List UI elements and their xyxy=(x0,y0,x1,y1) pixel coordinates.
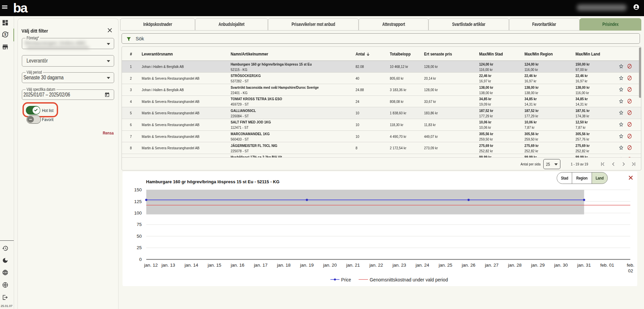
svg-text:jan. 25: jan. 25 xyxy=(439,263,453,268)
svg-text:100: 100 xyxy=(134,210,142,216)
svg-text:jan. 13: jan. 13 xyxy=(161,263,175,268)
svg-text:jan. 30: jan. 30 xyxy=(554,263,568,268)
svg-text:75: 75 xyxy=(137,222,142,227)
svg-text:jan. 22: jan. 22 xyxy=(369,263,383,268)
svg-text:jan. 18: jan. 18 xyxy=(277,263,291,268)
svg-text:jan. 17: jan. 17 xyxy=(254,263,268,268)
svg-text:02: 02 xyxy=(628,268,633,273)
svg-text:50: 50 xyxy=(137,234,142,239)
svg-text:Genomsnittskostnad under vald: Genomsnittskostnad under vald period xyxy=(370,277,448,282)
svg-text:125: 125 xyxy=(134,199,142,204)
svg-text:Price: Price xyxy=(341,277,351,282)
svg-text:jan. 20: jan. 20 xyxy=(323,263,337,268)
svg-text:feb.: feb. xyxy=(627,263,635,268)
svg-text:jan. 24: jan. 24 xyxy=(415,263,429,268)
svg-text:jan. 29: jan. 29 xyxy=(531,263,545,268)
svg-text:jan. 31: jan. 31 xyxy=(577,263,591,268)
svg-text:jan. 26: jan. 26 xyxy=(461,263,475,268)
svg-text:jan. 16: jan. 16 xyxy=(230,263,244,268)
svg-text:feb. 01: feb. 01 xyxy=(600,263,614,268)
svg-text:25: 25 xyxy=(137,245,142,250)
svg-text:jan. 14: jan. 14 xyxy=(184,263,198,268)
svg-text:jan. 21: jan. 21 xyxy=(346,263,360,268)
svg-text:$: $ xyxy=(4,33,6,36)
svg-text:jan. 23: jan. 23 xyxy=(392,263,406,268)
svg-text:150: 150 xyxy=(134,187,142,192)
svg-text:jan. 27: jan. 27 xyxy=(485,263,499,268)
svg-text:jan. 12: jan. 12 xyxy=(144,263,158,268)
svg-text:0: 0 xyxy=(139,257,142,262)
svg-text:jan. 15: jan. 15 xyxy=(208,263,222,268)
svg-text:jan. 28: jan. 28 xyxy=(508,263,522,268)
svg-text:jan. 19: jan. 19 xyxy=(300,263,314,268)
